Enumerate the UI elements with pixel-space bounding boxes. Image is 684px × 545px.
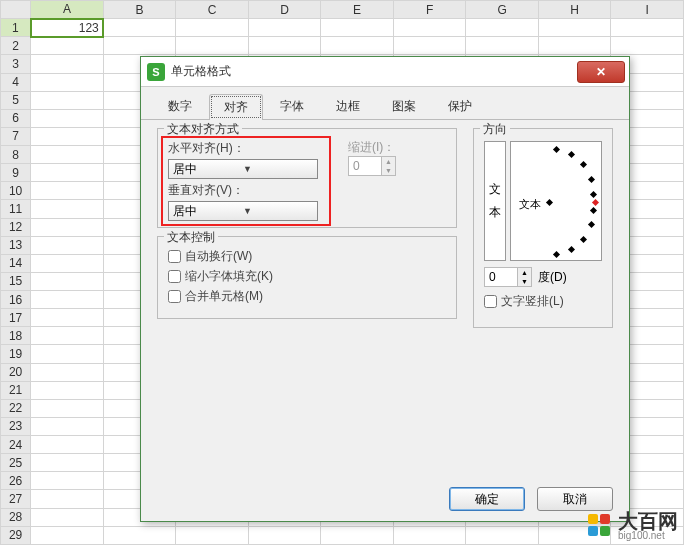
- row-header-4[interactable]: 4: [1, 73, 31, 91]
- row-header-7[interactable]: 7: [1, 127, 31, 145]
- degree-label: 度(D): [538, 269, 567, 286]
- vertical-text-label: 文字竖排(L): [501, 293, 564, 310]
- row-header-29[interactable]: 29: [1, 526, 31, 544]
- vertical-align-value: 居中: [173, 203, 243, 220]
- row-header-12[interactable]: 12: [1, 218, 31, 236]
- horizontal-align-combo[interactable]: 居中 ▼: [168, 159, 318, 179]
- col-header-B[interactable]: B: [103, 1, 176, 19]
- row-header-28[interactable]: 28: [1, 508, 31, 526]
- col-header-I[interactable]: I: [611, 1, 684, 19]
- row-header-21[interactable]: 21: [1, 381, 31, 399]
- wrap-text-checkbox[interactable]: [168, 250, 181, 263]
- row-header-1[interactable]: 1: [1, 19, 31, 37]
- row-header-8[interactable]: 8: [1, 146, 31, 164]
- horizontal-align-label: 水平对齐(H)：: [168, 141, 245, 155]
- indent-value: 0: [349, 159, 381, 173]
- close-icon: ✕: [596, 65, 606, 79]
- row-header-18[interactable]: 18: [1, 327, 31, 345]
- chevron-down-icon: ▼: [518, 277, 531, 286]
- tab-border[interactable]: 边框: [321, 93, 375, 119]
- vertical-text-box[interactable]: 文 本: [484, 141, 506, 261]
- orientation-group: 方向 文 本 文本: [473, 128, 613, 328]
- vertical-text-char1: 文: [489, 181, 501, 198]
- row-header-23[interactable]: 23: [1, 417, 31, 435]
- chevron-up-icon: ▲: [382, 157, 395, 166]
- horizontal-align-value: 居中: [173, 161, 243, 178]
- row-header-14[interactable]: 14: [1, 254, 31, 272]
- degree-spinner[interactable]: 0 ▲▼: [484, 267, 532, 287]
- select-all-corner[interactable]: [1, 1, 31, 19]
- row-header-26[interactable]: 26: [1, 472, 31, 490]
- row-header-2[interactable]: 2: [1, 37, 31, 55]
- orientation-dial[interactable]: 文本: [510, 141, 602, 261]
- row-header-17[interactable]: 17: [1, 309, 31, 327]
- chevron-down-icon: ▼: [382, 166, 395, 175]
- watermark-name: 大百网: [618, 511, 678, 531]
- degree-value: 0: [485, 270, 517, 284]
- text-alignment-legend: 文本对齐方式: [164, 121, 242, 138]
- tab-font[interactable]: 字体: [265, 93, 319, 119]
- row-header-15[interactable]: 15: [1, 272, 31, 290]
- chevron-down-icon: ▼: [243, 164, 313, 174]
- cell-format-dialog: S 单元格格式 ✕ 数字 对齐 字体 边框 图案 保护 文本对齐方式 水平对齐(…: [140, 56, 630, 522]
- chevron-down-icon: ▼: [243, 206, 313, 216]
- dial-text-label: 文本: [519, 197, 541, 212]
- dialog-titlebar[interactable]: S 单元格格式 ✕: [141, 57, 629, 87]
- cell-A1[interactable]: 123: [31, 19, 104, 37]
- row-header-9[interactable]: 9: [1, 164, 31, 182]
- indent-block: 缩进(I)： 0 ▲▼: [348, 139, 396, 176]
- row-header-19[interactable]: 19: [1, 345, 31, 363]
- tab-number[interactable]: 数字: [153, 93, 207, 119]
- row-header-6[interactable]: 6: [1, 109, 31, 127]
- text-control-group: 文本控制 自动换行(W) 缩小字体填充(K) 合并单元格(M): [157, 236, 457, 319]
- row-header-27[interactable]: 27: [1, 490, 31, 508]
- orientation-block: 方向 文 本 文本: [473, 128, 613, 336]
- chevron-up-icon: ▲: [518, 268, 531, 277]
- dialog-title: 单元格格式: [171, 63, 577, 80]
- vertical-text-char2: 本: [489, 204, 501, 221]
- cancel-button[interactable]: 取消: [537, 487, 613, 511]
- col-header-H[interactable]: H: [538, 1, 611, 19]
- vertical-text-checkbox[interactable]: [484, 295, 497, 308]
- row-header-5[interactable]: 5: [1, 91, 31, 109]
- tab-pattern[interactable]: 图案: [377, 93, 431, 119]
- col-header-D[interactable]: D: [248, 1, 321, 19]
- text-alignment-group: 文本对齐方式 水平对齐(H)： 居中 ▼ 垂直对齐(V)： 居中 ▼ 缩进(I)…: [157, 128, 457, 228]
- app-icon: S: [147, 63, 165, 81]
- row-header-24[interactable]: 24: [1, 436, 31, 454]
- tab-protection[interactable]: 保护: [433, 93, 487, 119]
- vertical-align-combo[interactable]: 居中 ▼: [168, 201, 318, 221]
- watermark-logo-icon: [588, 514, 612, 538]
- shrink-to-fit-checkbox[interactable]: [168, 270, 181, 283]
- indent-spinner: 0 ▲▼: [348, 156, 396, 176]
- vertical-align-label: 垂直对齐(V)：: [168, 183, 244, 197]
- row-header-16[interactable]: 16: [1, 291, 31, 309]
- tab-bar: 数字 对齐 字体 边框 图案 保护: [141, 87, 629, 120]
- merge-cells-label: 合并单元格(M): [185, 288, 263, 305]
- col-header-E[interactable]: E: [321, 1, 394, 19]
- ok-button[interactable]: 确定: [449, 487, 525, 511]
- close-button[interactable]: ✕: [577, 61, 625, 83]
- watermark: 大百网 big100.net: [588, 511, 678, 541]
- row-header-20[interactable]: 20: [1, 363, 31, 381]
- col-header-A[interactable]: A: [31, 1, 104, 19]
- tab-alignment[interactable]: 对齐: [209, 94, 263, 120]
- col-header-C[interactable]: C: [176, 1, 249, 19]
- merge-cells-checkbox[interactable]: [168, 290, 181, 303]
- row-header-3[interactable]: 3: [1, 55, 31, 73]
- row-header-11[interactable]: 11: [1, 200, 31, 218]
- indent-label: 缩进(I)：: [348, 140, 395, 154]
- col-header-G[interactable]: G: [466, 1, 539, 19]
- orientation-legend: 方向: [480, 121, 510, 138]
- text-control-legend: 文本控制: [164, 229, 218, 246]
- wrap-text-label: 自动换行(W): [185, 248, 252, 265]
- row-header-13[interactable]: 13: [1, 236, 31, 254]
- row-header-10[interactable]: 10: [1, 182, 31, 200]
- watermark-url: big100.net: [618, 531, 678, 541]
- shrink-to-fit-label: 缩小字体填充(K): [185, 268, 273, 285]
- row-header-22[interactable]: 22: [1, 399, 31, 417]
- row-header-25[interactable]: 25: [1, 454, 31, 472]
- col-header-F[interactable]: F: [393, 1, 466, 19]
